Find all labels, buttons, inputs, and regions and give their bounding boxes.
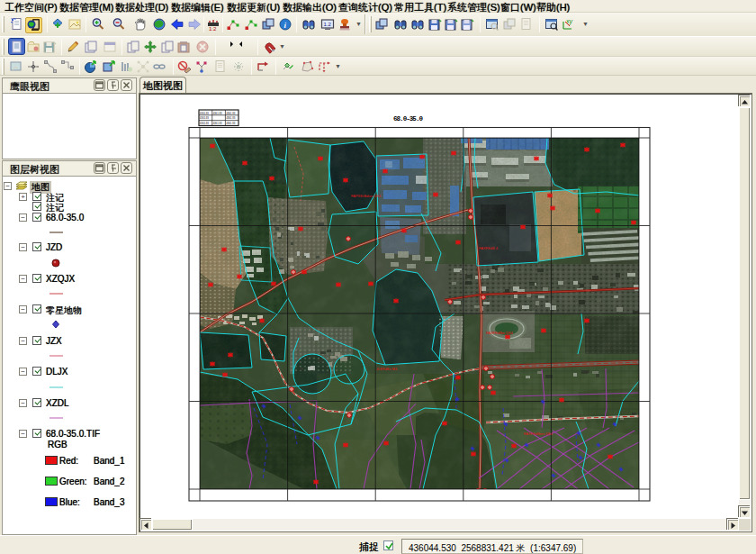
svg-text:68.0-35.0: 68.0-35.0: [393, 115, 423, 123]
svg-text:1.2: 1.2: [324, 22, 332, 27]
svg-text:JLEFdBn M4: JLEFdBn M4: [376, 367, 398, 371]
svg-text:1:2: 1:2: [209, 26, 217, 32]
svg-text:4361.83: 4361.83: [226, 112, 236, 115]
svg-text:FAPXErBdixn DE4: FAPXErBdixn DE4: [351, 194, 382, 198]
svg-text:FAXFEdB 4: FAXFEdB 4: [479, 246, 499, 250]
svg-text:4361.83: 4361.83: [213, 112, 223, 115]
svg-text:4361.83: 4361.83: [200, 116, 210, 120]
svg-text:4361.83: 4361.83: [226, 116, 236, 120]
svg-text:4361.83: 4361.83: [200, 122, 210, 125]
svg-text:4361.83: 4361.83: [226, 122, 236, 125]
svg-text:4361.83: 4361.83: [213, 122, 223, 125]
svg-text:FAXFEdBm DK4: FAXFEdBm DK4: [486, 331, 514, 335]
svg-text:xy: xy: [565, 18, 573, 25]
svg-text:FAXFEdBmn DE4: FAXFEdBmn DE4: [524, 431, 554, 436]
svg-text:4361.83: 4361.83: [200, 112, 210, 115]
